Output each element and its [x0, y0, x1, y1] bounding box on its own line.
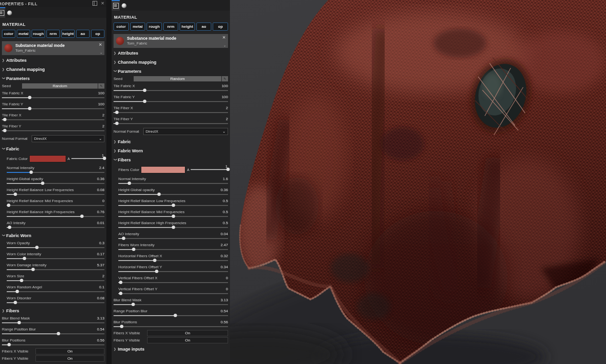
- slider-handle[interactable]: [20, 279, 23, 282]
- param-value[interactable]: 0.08: [97, 296, 104, 300]
- slider-handle[interactable]: [7, 204, 11, 207]
- dock-panel-icon[interactable]: [92, 1, 97, 6]
- slider-handle[interactable]: [28, 96, 31, 99]
- slider-handle[interactable]: [155, 270, 159, 273]
- fabric-color-alpha-slider[interactable]: [71, 158, 104, 159]
- param-value[interactable]: 2.47: [220, 243, 228, 247]
- param-value[interactable]: 0.3: [99, 241, 104, 245]
- channel-ao-button[interactable]: ao: [196, 23, 212, 31]
- slider-handle[interactable]: [7, 343, 11, 346]
- channel-ao-button[interactable]: ao: [76, 30, 90, 38]
- range-position-blur-slider[interactable]: [2, 333, 104, 334]
- param-value[interactable]: 0.17: [97, 252, 104, 256]
- tile-fiber-y-slider[interactable]: [2, 130, 104, 131]
- channel-nrm-button[interactable]: nrm: [163, 23, 179, 31]
- height-relief-balance-high-frequencies-slider[interactable]: [7, 216, 104, 217]
- section-label[interactable]: Parameters: [118, 69, 141, 74]
- range-position-blur-slider[interactable]: [114, 315, 228, 316]
- param-value[interactable]: 2: [226, 117, 228, 121]
- param-value[interactable]: 0: [103, 199, 104, 203]
- param-value[interactable]: 3.13: [97, 316, 104, 320]
- param-value[interactable]: 1.6: [223, 177, 228, 181]
- param-value[interactable]: 3.13: [220, 298, 228, 302]
- height-relief-balance-mid-frequencies-slider[interactable]: [7, 205, 104, 206]
- normal-format-dropdown[interactable]: DirectX⌄: [32, 135, 104, 142]
- fibers-color-swatch[interactable]: [141, 166, 186, 173]
- slider-handle[interactable]: [16, 290, 19, 293]
- channel-metal-button[interactable]: metal: [130, 23, 146, 31]
- slider-handle[interactable]: [28, 107, 31, 110]
- param-value[interactable]: 2.4: [99, 166, 104, 170]
- channel-op-button[interactable]: op: [91, 30, 104, 38]
- viewport-3d[interactable]: [230, 0, 606, 364]
- param-value[interactable]: 100: [222, 84, 228, 88]
- slider-handle[interactable]: [122, 237, 126, 240]
- channel-color-button[interactable]: color: [2, 30, 15, 38]
- section-label[interactable]: Parameters: [6, 76, 30, 81]
- ao-intesity-slider[interactable]: [7, 227, 104, 228]
- fibers-worn-intensity-slider[interactable]: [118, 249, 228, 250]
- blur-positions-slider[interactable]: [114, 326, 228, 327]
- tab-preview-sphere[interactable]: [120, 0, 128, 11]
- pencil-icon[interactable]: ✎: [222, 76, 228, 81]
- slider-handle[interactable]: [157, 193, 160, 196]
- section-label[interactable]: Fabric: [6, 147, 19, 151]
- slider-handle[interactable]: [132, 248, 136, 251]
- worn-damage-intensity-slider[interactable]: [7, 269, 104, 270]
- seed-random-button[interactable]: Random: [22, 83, 98, 89]
- chevron-down-icon[interactable]: ⌄: [100, 51, 103, 55]
- tab-properties[interactable]: [0, 7, 5, 18]
- height-relief-balance-high-frequencies-slider[interactable]: [118, 227, 228, 228]
- param-value[interactable]: 0.56: [220, 320, 228, 324]
- channel-height-button[interactable]: height: [180, 23, 195, 31]
- channel-rough-button[interactable]: rough: [32, 30, 45, 38]
- fibers-y-visible-toggle[interactable]: On: [35, 355, 104, 362]
- param-value[interactable]: 2: [103, 124, 104, 128]
- slider-handle[interactable]: [32, 268, 35, 271]
- slider-handle[interactable]: [119, 281, 122, 284]
- horizontal-fibers-offset-x-slider[interactable]: [118, 260, 228, 261]
- height-relief-balance-low-frequencies-slider[interactable]: [7, 194, 104, 195]
- slider-handle[interactable]: [3, 129, 7, 132]
- channel-height-button[interactable]: height: [61, 30, 75, 38]
- tab-properties[interactable]: [112, 0, 120, 11]
- slider-handle[interactable]: [143, 89, 146, 92]
- param-value[interactable]: 0.54: [220, 309, 228, 313]
- param-value[interactable]: 0.32: [220, 254, 228, 258]
- slider-handle[interactable]: [115, 122, 119, 125]
- slider-handle[interactable]: [8, 226, 11, 229]
- channel-op-button[interactable]: op: [213, 23, 228, 31]
- param-value[interactable]: 0.1: [99, 285, 104, 289]
- slider-handle[interactable]: [131, 303, 135, 306]
- worn-random-angel-slider[interactable]: [7, 291, 104, 292]
- slider-handle[interactable]: [41, 182, 45, 185]
- vertical-fibers-offset-x-slider[interactable]: [118, 282, 228, 283]
- param-value[interactable]: 0.04: [220, 232, 228, 236]
- section-label[interactable]: Fibers: [6, 308, 19, 313]
- chevron-icon[interactable]: ❯: [114, 140, 118, 144]
- normal-format-dropdown[interactable]: DirectX⌄: [143, 128, 228, 135]
- tile-fabric-y-slider[interactable]: [114, 101, 228, 102]
- worn-disorder-slider[interactable]: [7, 302, 104, 303]
- fabric-color-swatch[interactable]: [29, 155, 66, 162]
- slider-handle[interactable]: [23, 257, 26, 260]
- section-label[interactable]: Fabric: [118, 139, 131, 144]
- chevron-icon[interactable]: ❯: [114, 60, 118, 64]
- channel-nrm-button[interactable]: nrm: [46, 30, 60, 38]
- chevron-icon[interactable]: ❯: [2, 58, 6, 62]
- param-value[interactable]: 0: [226, 276, 228, 280]
- blur-blend-mask-slider[interactable]: [114, 304, 228, 305]
- blur-blend-mask-slider[interactable]: [2, 322, 104, 323]
- channel-rough-button[interactable]: rough: [147, 23, 162, 31]
- chevron-icon[interactable]: ❯: [114, 149, 118, 153]
- slider-handle[interactable]: [127, 182, 131, 185]
- param-value[interactable]: 2: [226, 106, 228, 110]
- slider-handle[interactable]: [172, 215, 175, 218]
- chevron-icon[interactable]: ❯: [114, 158, 117, 162]
- param-value[interactable]: 2: [103, 274, 104, 278]
- height-relief-balance-mid-frequencies-slider[interactable]: [118, 216, 228, 217]
- slider-handle[interactable]: [143, 100, 146, 103]
- slider-handle[interactable]: [172, 204, 175, 207]
- slider-handle[interactable]: [14, 193, 17, 196]
- slider-handle[interactable]: [119, 292, 122, 295]
